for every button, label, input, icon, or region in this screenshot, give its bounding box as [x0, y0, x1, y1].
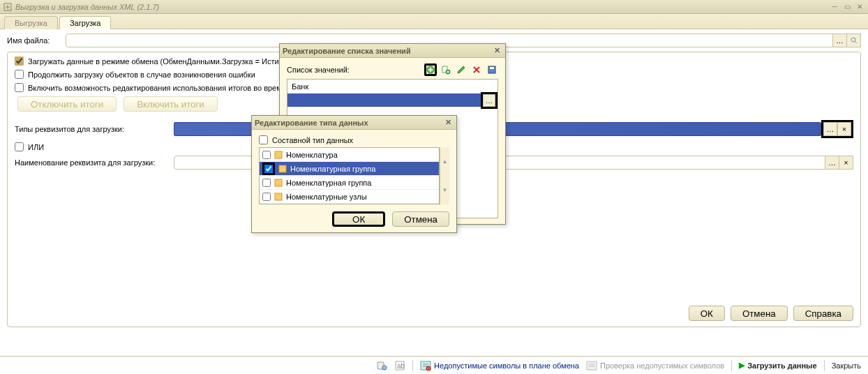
- add-item-button[interactable]: [424, 63, 437, 76]
- statusbar: ab Недопустимые символы в плане обмена П…: [0, 356, 868, 374]
- or-label: ИЛИ: [28, 143, 44, 151]
- invalid-chars-link[interactable]: Недопустимые символы в плане обмена: [420, 360, 579, 371]
- minimize-button[interactable]: ─: [829, 2, 840, 12]
- req-name-clear-button[interactable]: ×: [839, 156, 853, 170]
- data-type-close-button[interactable]: ✕: [442, 118, 454, 127]
- req-name-ellipsis-button[interactable]: …: [825, 156, 839, 170]
- maximize-button[interactable]: ▭: [841, 2, 853, 12]
- exchange-mode-label: Загружать данные в режиме обмена (ОбменД…: [28, 57, 290, 66]
- composite-type-label: Составной тип данных: [272, 136, 353, 144]
- data-type-ok-button[interactable]: ОК: [332, 211, 385, 227]
- value-list-close-button[interactable]: ✕: [491, 46, 502, 55]
- filename-label: Имя файла:: [7, 36, 61, 45]
- type-row-selected: Номенклатурная группа: [260, 162, 439, 176]
- type-row: Номенклатурная группа: [260, 176, 439, 190]
- req-types-label: Типы реквизитов для загрузки:: [15, 125, 170, 133]
- exchange-mode-checkbox[interactable]: [15, 57, 24, 66]
- panel-ok-button[interactable]: ОК: [689, 306, 725, 321]
- value-list-label: Список значений:: [287, 66, 350, 74]
- svg-rect-14: [490, 67, 494, 69]
- data-type-dialog: Редактирование типа данных ✕ Составной т…: [251, 115, 457, 233]
- type-row-checkbox[interactable]: [262, 151, 271, 159]
- data-type-title: Редактирование типа данных: [255, 119, 368, 127]
- req-types-ellipsis-button[interactable]: …: [823, 122, 837, 136]
- type-row-checkbox[interactable]: [262, 179, 271, 187]
- continue-on-error-label: Продолжить загрузку объектов в случае во…: [28, 70, 255, 79]
- delete-item-button[interactable]: [470, 63, 483, 76]
- svg-text:ab: ab: [397, 362, 405, 370]
- type-list-scrollbar[interactable]: ▲ ▼: [440, 147, 449, 204]
- list-item-selected: …: [287, 94, 497, 107]
- data-type-cancel-button[interactable]: Отмена: [392, 211, 449, 227]
- value-list-title: Редактирование списка значений: [283, 47, 411, 55]
- type-list[interactable]: Номенклатура Номенклатурная группа Номен…: [259, 147, 440, 204]
- svg-point-4: [382, 366, 387, 370]
- filename-ellipsis-button[interactable]: …: [833, 33, 847, 47]
- req-name-label: Наименование реквизита для загрузки:: [15, 158, 170, 167]
- svg-rect-16: [279, 165, 286, 172]
- type-row: Номенклатурные узлы: [260, 190, 439, 204]
- check-invalid-link[interactable]: Проверка недопустимых символов: [586, 360, 724, 371]
- composite-type-checkbox[interactable]: [259, 135, 268, 144]
- close-button[interactable]: ✕: [854, 2, 865, 12]
- catalog-icon: [274, 192, 283, 202]
- upload-arrow-icon: ▶: [739, 361, 744, 370]
- svg-rect-17: [275, 179, 282, 186]
- status-icon-2[interactable]: ab: [394, 360, 405, 371]
- save-list-button[interactable]: [486, 63, 498, 76]
- req-types-clear-button[interactable]: ×: [837, 122, 851, 136]
- close-link[interactable]: Закрыть: [832, 361, 861, 370]
- status-icon-1[interactable]: [376, 360, 387, 371]
- svg-rect-18: [275, 193, 282, 200]
- type-row: Номенклатура: [260, 148, 439, 162]
- svg-rect-15: [275, 151, 282, 158]
- window-title: Выгрузка и загрузка данных XML (2.1.7): [15, 3, 829, 11]
- type-row-checkbox[interactable]: [262, 193, 271, 201]
- list-item: Банк: [287, 80, 497, 94]
- catalog-icon: [274, 178, 283, 188]
- enable-totals-button[interactable]: Включить итоги: [124, 96, 218, 112]
- type-row-checkbox[interactable]: [264, 165, 273, 173]
- catalog-icon: [278, 164, 287, 174]
- panel-cancel-button[interactable]: Отмена: [731, 306, 788, 321]
- upload-data-link[interactable]: ▶ Загрузить данные: [739, 361, 816, 370]
- list-item-ellipsis-button[interactable]: …: [483, 94, 495, 107]
- disable-totals-button[interactable]: Отключить итоги: [17, 96, 117, 112]
- tab-import[interactable]: Загрузка: [59, 16, 111, 29]
- invalid-chars-icon: [420, 360, 431, 371]
- continue-on-error-checkbox[interactable]: [15, 70, 24, 79]
- check-invalid-icon: [586, 360, 597, 371]
- filename-search-button[interactable]: [847, 33, 861, 47]
- app-icon: [3, 2, 13, 12]
- enable-totals-edit-checkbox[interactable]: [15, 83, 24, 92]
- panel-help-button[interactable]: Справка: [793, 306, 853, 321]
- svg-point-1: [851, 38, 855, 42]
- titlebar: Выгрузка и загрузка данных XML (2.1.7) ─…: [0, 0, 868, 14]
- edit-item-button[interactable]: [455, 63, 467, 76]
- svg-rect-9: [587, 361, 597, 370]
- tabstrip: Выгрузка Загрузка: [0, 14, 868, 29]
- tab-export[interactable]: Выгрузка: [4, 16, 58, 29]
- enable-totals-edit-label: Включить возможность редактирования испо…: [28, 84, 320, 92]
- svg-point-8: [426, 366, 431, 371]
- svg-line-2: [855, 42, 857, 44]
- copy-item-button[interactable]: [440, 63, 452, 76]
- or-checkbox[interactable]: [15, 142, 24, 151]
- catalog-icon: [274, 150, 283, 160]
